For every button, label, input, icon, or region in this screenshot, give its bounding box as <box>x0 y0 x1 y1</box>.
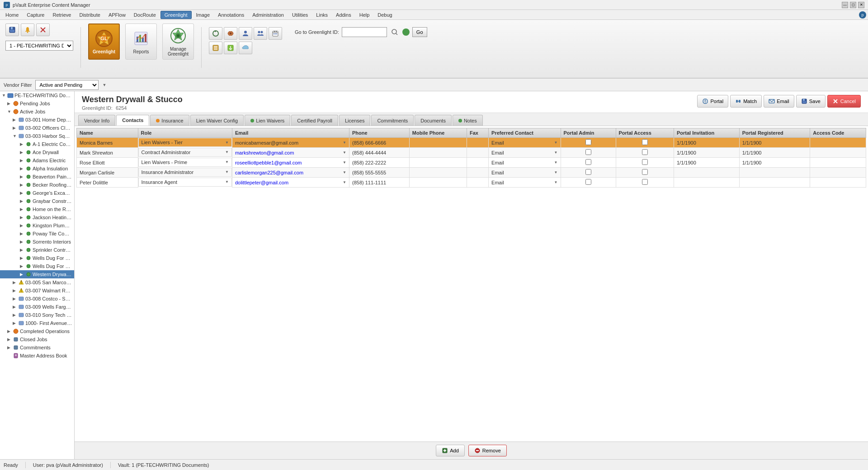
preferred-dropdown-arrow[interactable]: ▼ <box>554 141 558 145</box>
search-icon[interactable] <box>390 27 400 37</box>
sidebar-job-03009[interactable]: ▶ 03-009 Wells Fargo Re <box>0 303 74 311</box>
toolbar-icon-8[interactable] <box>239 42 252 54</box>
sidebar-child-sprinkler[interactable]: ▶ Sprinkler Contractor <box>0 246 74 254</box>
menu-distribute[interactable]: Distribute <box>75 11 104 19</box>
sidebar-child-westerndrywall[interactable]: ▶ Western Drywall & <box>0 270 74 278</box>
cell-email[interactable]: monicabarnesar@gmail.com▼ <box>232 138 349 148</box>
cell-role[interactable]: Insurance Administrator▼ <box>138 168 232 177</box>
add-button[interactable]: Add <box>436 445 465 456</box>
cell-preferred[interactable]: Email▼ <box>489 158 561 168</box>
menu-capture[interactable]: Capture <box>23 11 48 19</box>
col-name[interactable]: Name <box>77 128 138 138</box>
cell-email[interactable]: dolittlepeter@gmail.com▼ <box>232 178 349 188</box>
tab-vendor-info[interactable]: Vendor Info <box>78 115 115 126</box>
tab-commitments[interactable]: Commitments <box>371 115 414 126</box>
menu-links[interactable]: Links <box>312 11 331 19</box>
tab-lien-waiver-config[interactable]: Lien Waiver Config <box>190 115 244 126</box>
tab-insurance[interactable]: Insurance <box>150 115 189 126</box>
cell-portal-admin[interactable] <box>561 138 616 148</box>
portal-access-checkbox[interactable] <box>642 149 648 155</box>
menu-help[interactable]: Help <box>356 11 373 19</box>
bell-button[interactable] <box>21 24 34 36</box>
tab-licenses[interactable]: Licenses <box>339 115 370 126</box>
sidebar-closed-jobs[interactable]: ▶ Closed Jobs <box>0 335 74 343</box>
sidebar-job-03007[interactable]: ▶ ! 03-007 Walmart Remo <box>0 287 74 295</box>
preferred-dropdown-arrow[interactable]: ▼ <box>554 180 558 184</box>
sidebar-child-poway[interactable]: ▶ Poway Tile Compan <box>0 230 74 238</box>
menu-image[interactable]: Image <box>193 11 214 19</box>
menu-annotations[interactable]: Annotations <box>214 11 248 19</box>
sidebar-job-03008[interactable]: ▶ 03-008 Costco - San M <box>0 295 74 303</box>
cancel-action-button[interactable]: Cancel <box>827 95 861 108</box>
cell-role[interactable]: Lien Waivers - Tier▼ <box>138 138 232 147</box>
role-dropdown-arrow[interactable]: ▼ <box>225 150 229 154</box>
vendor-filter-dropdown[interactable]: Active and Pending Active Pending All <box>35 80 99 90</box>
sidebar-child-homerange[interactable]: ▶ Home on the Range <box>0 205 74 213</box>
sidebar-pending-jobs[interactable]: ▶ Pending Jobs <box>0 99 74 108</box>
cell-role[interactable]: Lien Waivers - Prime▼ <box>138 158 232 167</box>
sidebar-job-03002[interactable]: ▶ 03-002 Officers Club - <box>0 124 74 132</box>
cell-portal-access[interactable] <box>616 148 674 158</box>
cell-portal-admin[interactable] <box>561 178 616 188</box>
email-dropdown-arrow[interactable]: ▼ <box>343 180 346 184</box>
menu-debug[interactable]: Debug <box>374 11 396 19</box>
cell-portal-access[interactable] <box>616 178 674 188</box>
email-dropdown-arrow[interactable]: ▼ <box>343 150 346 155</box>
minimize-button[interactable]: — <box>842 2 848 8</box>
sidebar-child-sorrento[interactable]: ▶ Sorrento Interiors <box>0 238 74 246</box>
tab-contacts[interactable]: Contacts <box>116 115 149 126</box>
portal-access-checkbox[interactable] <box>642 169 648 175</box>
email-button[interactable]: Email <box>764 95 794 108</box>
cell-role[interactable]: Insurance Agent▼ <box>138 178 232 187</box>
portal-admin-checkbox[interactable] <box>585 139 591 145</box>
portal-admin-checkbox[interactable] <box>585 169 591 175</box>
cell-email[interactable]: markshrewton@gmail.com▼ <box>232 148 349 158</box>
save-action-button[interactable]: Save <box>796 95 826 108</box>
cancel-x-button[interactable] <box>36 24 50 36</box>
menu-greenlight[interactable]: Greenlight <box>160 11 192 19</box>
sidebar-commitments[interactable]: ▶ Commitments <box>0 343 74 352</box>
preferred-dropdown-arrow[interactable]: ▼ <box>554 170 558 174</box>
col-portal-admin[interactable]: Portal Admin <box>561 128 616 138</box>
sidebar-child-adamselectric[interactable]: ▶ Adams Electric <box>0 156 74 164</box>
portal-admin-checkbox[interactable] <box>585 159 591 165</box>
cell-preferred[interactable]: Email▼ <box>489 148 561 158</box>
portal-button[interactable]: Portal <box>697 95 728 108</box>
match-button[interactable]: Match <box>730 95 762 108</box>
sidebar-child-beavertonpainting[interactable]: ▶ Beaverton Painting <box>0 173 74 181</box>
sidebar-job-03010[interactable]: ▶ 03-010 Sony Tech Fab <box>0 311 74 319</box>
sidebar-completed-operations[interactable]: ▶ Completed Operations <box>0 327 74 335</box>
col-mobile[interactable]: Mobile Phone <box>409 128 467 138</box>
cell-portal-access[interactable] <box>616 138 674 148</box>
col-portal-access[interactable]: Portal Access <box>616 128 674 138</box>
sidebar-child-graybar[interactable]: ▶ Graybar Constructio <box>0 197 74 205</box>
sidebar-child-alphainsulation[interactable]: ▶ Alpha Insulation <box>0 164 74 173</box>
menu-home[interactable]: Home <box>2 11 22 19</box>
col-preferred[interactable]: Preferred Contact <box>489 128 561 138</box>
document-dropdown[interactable]: 1 - PE-TECHWRITING Documer <box>5 41 73 51</box>
menu-retrieve[interactable]: Retrieve <box>49 11 75 19</box>
restore-button[interactable]: ◻ <box>850 2 856 8</box>
cell-portal-access[interactable] <box>616 168 674 178</box>
email-dropdown-arrow[interactable]: ▼ <box>343 170 346 174</box>
col-email[interactable]: Email <box>232 128 349 138</box>
sidebar-child-wellsdug1[interactable]: ▶ Wells Dug For Less <box>0 254 74 262</box>
tab-certified-payroll[interactable]: Certified Payroll <box>291 115 338 126</box>
menu-docroute[interactable]: DocRoute <box>130 11 160 19</box>
toolbar-icon-3[interactable] <box>239 27 252 40</box>
sidebar-child-kingston[interactable]: ▶ Kingston Plumbing, <box>0 221 74 230</box>
sidebar-child-acedrywall[interactable]: ▶ Ace Drywall <box>0 148 74 156</box>
toolbar-icon-7[interactable] <box>224 42 237 54</box>
sidebar-job-03001[interactable]: ▶ 03-001 Home Depot - <box>0 116 74 124</box>
preferred-dropdown-arrow[interactable]: ▼ <box>554 160 558 164</box>
sidebar-job-03005[interactable]: ▶ ! 03-005 San Marcos Cit <box>0 278 74 287</box>
col-phone[interactable]: Phone <box>349 128 409 138</box>
col-access-code[interactable]: Access Code <box>810 128 866 138</box>
greenlight-toolbar-button[interactable]: GL Greenlight <box>88 24 120 60</box>
toolbar-icon-2[interactable] <box>224 27 237 40</box>
sidebar-active-jobs[interactable]: ▼ Active Jobs <box>0 108 74 116</box>
role-dropdown-arrow[interactable]: ▼ <box>225 170 229 174</box>
manage-greenlight-button[interactable]: Manage Greenlight <box>162 24 194 60</box>
sidebar-child-georges[interactable]: ▶ George's Excavatio <box>0 189 74 197</box>
go-button[interactable]: Go <box>412 27 427 37</box>
